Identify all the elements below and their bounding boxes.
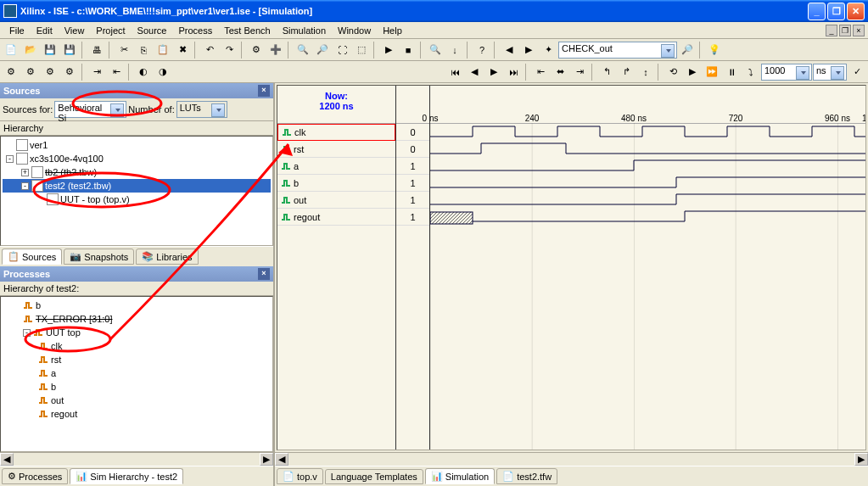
sources-close-icon[interactable]: ×	[258, 85, 270, 97]
process-tree-item[interactable]: a	[3, 366, 271, 380]
process-tree-item[interactable]: rst	[3, 353, 271, 366]
marker-prev-icon[interactable]: ◀	[500, 41, 518, 59]
tab-snapshots[interactable]: 📷 Snapshots	[64, 249, 134, 265]
wave-scroll-right-icon[interactable]: ▶	[854, 453, 868, 466]
prop-icon[interactable]: ⚙	[247, 41, 266, 59]
menu-source[interactable]: Source	[132, 24, 173, 37]
signal-name-row[interactable]: rst	[277, 141, 395, 158]
tb2-icon-5[interactable]: ⇥	[87, 63, 106, 81]
saveall-icon[interactable]: 💾	[60, 41, 79, 59]
tab-sources[interactable]: 📋 Sources	[2, 249, 62, 265]
source-tree-item[interactable]: -xc3s100e-4vq100	[3, 152, 271, 165]
menu-help[interactable]: Help	[377, 24, 408, 37]
tab-test2tfw[interactable]: 📄 test2.tfw	[496, 468, 557, 484]
wave-hscroll[interactable]: ◀▶	[275, 452, 868, 466]
findnext-icon[interactable]: ↓	[445, 41, 464, 59]
nav-first-icon[interactable]: ⏮	[445, 63, 464, 81]
processes-tree[interactable]: bTX_ERROR [31:0]-UUT topclkrstaboutregou…	[0, 296, 273, 452]
tb2-icon-3[interactable]: ⚙	[41, 63, 59, 81]
processes-close-icon[interactable]: ×	[258, 268, 270, 280]
add-icon[interactable]: ➕	[266, 41, 285, 59]
processes-hscroll[interactable]: ◀▶	[0, 452, 273, 466]
menu-process[interactable]: Process	[172, 24, 218, 37]
edge-find-icon[interactable]: ↕	[636, 63, 655, 81]
mdi-restore-icon[interactable]: ❐	[839, 25, 851, 36]
find-icon[interactable]: 🔍	[426, 41, 445, 59]
open-icon[interactable]: 📂	[21, 41, 40, 59]
cursor-next-icon[interactable]: ⇥	[570, 63, 589, 81]
process-tree-item[interactable]: b	[3, 380, 271, 394]
tab-topv[interactable]: 📄 top.v	[277, 468, 323, 484]
apply-icon[interactable]: ✓	[848, 63, 866, 81]
process-tree-item[interactable]: clk	[3, 339, 271, 353]
tb2-icon-8[interactable]: ◑	[154, 63, 172, 81]
marker-next-icon[interactable]: ▶	[519, 41, 538, 59]
copy-icon[interactable]: ⎘	[134, 41, 153, 59]
tab-libraries[interactable]: 📚 Libraries	[136, 249, 198, 265]
save-icon[interactable]: 💾	[41, 41, 59, 59]
run-icon[interactable]: ▶	[683, 63, 702, 81]
stop-icon[interactable]: ■	[399, 41, 417, 59]
runtime-input[interactable]: 1000	[761, 64, 812, 81]
menu-project[interactable]: Project	[90, 24, 131, 37]
break-icon[interactable]: ⏸	[722, 63, 741, 81]
tb2-icon-7[interactable]: ◐	[134, 63, 153, 81]
tb2-icon-6[interactable]: ⇤	[107, 63, 126, 81]
zoom-sel-icon[interactable]: ⬚	[352, 41, 371, 59]
redo-icon[interactable]: ↷	[220, 41, 238, 59]
source-tree-item[interactable]: ver1	[3, 138, 271, 152]
signal-name-row[interactable]: out	[277, 192, 395, 209]
menu-window[interactable]: Window	[332, 24, 377, 37]
print-icon[interactable]: 🖶	[87, 41, 106, 59]
menu-file[interactable]: File	[3, 24, 31, 37]
scroll-right-icon[interactable]: ▶	[260, 453, 273, 466]
new-icon[interactable]: 📄	[2, 41, 20, 59]
signal-name-row[interactable]: a	[277, 158, 395, 175]
paste-icon[interactable]: 📋	[154, 41, 172, 59]
signal-name-row[interactable]: regout	[277, 209, 395, 226]
nav-next-icon[interactable]: ▶	[484, 63, 503, 81]
close-button[interactable]: ✕	[847, 3, 865, 20]
mdi-close-icon[interactable]: ×	[853, 25, 865, 36]
sources-tree[interactable]: ver1-xc3s100e-4vq100+tb2 (tb2.tbw)-test2…	[0, 136, 273, 246]
zoom-fit-icon[interactable]: ⛶	[333, 41, 351, 59]
menu-testbench[interactable]: Test Bench	[218, 24, 276, 37]
menu-edit[interactable]: Edit	[31, 24, 59, 37]
undo-icon[interactable]: ↶	[200, 41, 219, 59]
tb2-icon-2[interactable]: ⚙	[21, 63, 40, 81]
wave-scroll-left-icon[interactable]: ◀	[275, 453, 288, 466]
process-tree-item[interactable]: -UUT top	[3, 326, 271, 339]
maximize-button[interactable]: ❐	[827, 3, 845, 20]
mdi-minimize-icon[interactable]: _	[826, 25, 837, 36]
process-tree-item[interactable]: regout	[3, 407, 271, 421]
scroll-left-icon[interactable]: ◀	[0, 453, 14, 466]
runtime-unit-combo[interactable]: ns	[813, 64, 847, 81]
tb2-icon-4[interactable]: ⚙	[60, 63, 79, 81]
nav-last-icon[interactable]: ⏭	[504, 63, 523, 81]
process-tree-item[interactable]: b	[3, 299, 271, 312]
tab-simulation[interactable]: 📊 Simulation	[425, 468, 495, 484]
cut-icon[interactable]: ✂	[115, 41, 133, 59]
minimize-button[interactable]: _	[808, 3, 826, 20]
delete-icon[interactable]: ✖	[173, 41, 192, 59]
tb2-icon-1[interactable]: ⚙	[2, 63, 20, 81]
signal-name-row[interactable]: clk	[277, 124, 395, 141]
cursor-center-icon[interactable]: ⬌	[551, 63, 569, 81]
menu-view[interactable]: View	[59, 24, 91, 37]
sim-icon[interactable]: ▶	[379, 41, 398, 59]
waveform-viewer[interactable]: Now: 1200 ns clkrstaboutregout 001111 0 …	[277, 85, 866, 450]
process-tree-item[interactable]: out	[3, 394, 271, 407]
cursor-prev-icon[interactable]: ⇤	[531, 63, 550, 81]
source-tree-item[interactable]: -test2 (test2.tbw)	[3, 179, 271, 193]
edge-prev-icon[interactable]: ↰	[597, 63, 616, 81]
step-icon[interactable]: ⤵	[742, 63, 760, 81]
sources-for-combo[interactable]: Behavioral Si	[54, 101, 126, 118]
marker-icon[interactable]: ✦	[539, 41, 557, 59]
signal-combo[interactable]: CHECK_out	[558, 42, 677, 59]
menu-simulation[interactable]: Simulation	[277, 24, 332, 37]
tab-sim-hierarchy[interactable]: 📊 Sim Hierarchy - test2	[70, 468, 183, 484]
source-tree-item[interactable]: UUT - top (top.v)	[3, 193, 271, 206]
help-icon[interactable]: ?	[473, 41, 491, 59]
zoom-out-icon[interactable]: 🔎	[313, 41, 332, 59]
search-icon[interactable]: 🔎	[678, 41, 697, 59]
